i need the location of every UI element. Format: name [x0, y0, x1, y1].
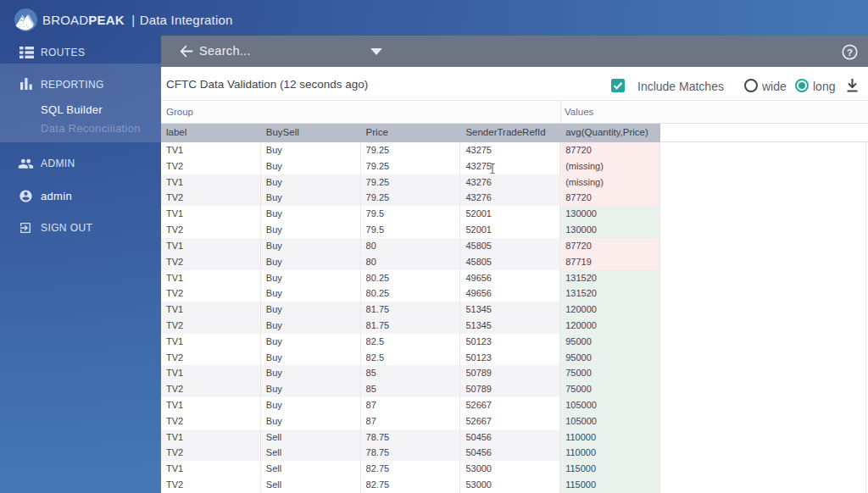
svg-text:?: ?	[847, 47, 853, 58]
